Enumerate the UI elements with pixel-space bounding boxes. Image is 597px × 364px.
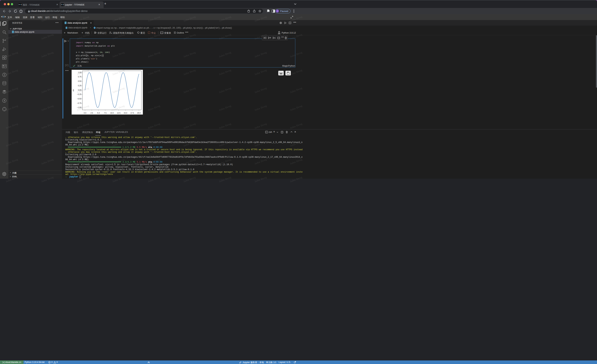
svg-text:7.5: 7.5 — [104, 112, 106, 114]
svg-text:10.0: 10.0 — [110, 112, 114, 114]
svg-text:15.0: 15.0 — [124, 112, 127, 114]
svg-text:(x): (x) — [160, 32, 163, 34]
svg-text:12.5: 12.5 — [117, 112, 120, 114]
svg-text:1.00: 1.00 — [78, 71, 82, 74]
svg-text:17.5: 17.5 — [130, 112, 134, 114]
svg-text:0.00: 0.00 — [78, 89, 82, 91]
svg-text:−0.25: −0.25 — [77, 93, 82, 95]
svg-text:0.25: 0.25 — [78, 85, 82, 87]
svg-text:−0.50: −0.50 — [77, 98, 82, 100]
svg-text:0.0: 0.0 — [84, 112, 86, 114]
svg-text:−0.75: −0.75 — [77, 102, 82, 104]
svg-text:20.0: 20.0 — [137, 112, 141, 114]
svg-text:0.75: 0.75 — [78, 76, 82, 78]
svg-text:5.0: 5.0 — [97, 112, 100, 114]
svg-text:−1.00: −1.00 — [77, 107, 82, 108]
svg-text:0.50: 0.50 — [78, 80, 82, 82]
svg-text:2.5: 2.5 — [90, 112, 93, 114]
svg-text:sin: sin — [72, 89, 74, 92]
